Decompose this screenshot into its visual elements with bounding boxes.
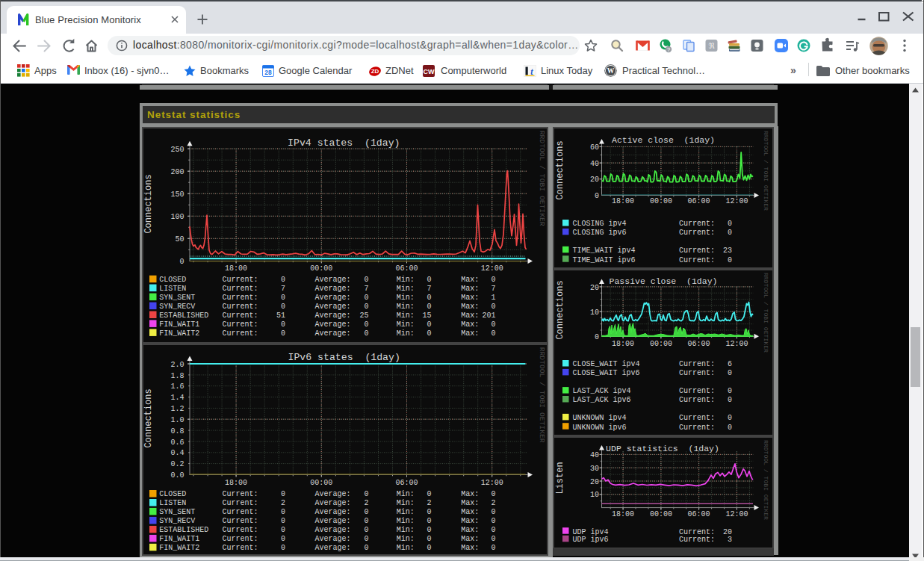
svg-text:RRDTOOL / TOBI OETIKER: RRDTOOL / TOBI OETIKER xyxy=(538,131,546,226)
svg-text:06:00: 06:00 xyxy=(688,510,710,518)
svg-text:Min:: Min: xyxy=(397,320,415,329)
svg-text:FIN_WAIT1: FIN_WAIT1 xyxy=(159,320,199,329)
svg-text:TIME_WAIT ipv6: TIME_WAIT ipv6 xyxy=(573,256,636,264)
svg-text:RRDTOOL / TOBI OETIKER: RRDTOOL / TOBI OETIKER xyxy=(538,347,546,443)
svg-text:Current:: Current: xyxy=(679,387,715,395)
svg-text:Max:: Max: xyxy=(461,526,479,534)
svg-text:Min:: Min: xyxy=(397,329,415,338)
svg-text:0: 0 xyxy=(491,517,495,525)
svg-text:Average:: Average: xyxy=(314,303,350,311)
svg-text:Current:: Current: xyxy=(679,414,715,422)
svg-text:0: 0 xyxy=(281,508,285,516)
svg-text:0: 0 xyxy=(491,329,495,338)
svg-text:Connections: Connections xyxy=(555,140,565,199)
svg-text:0.8: 0.8 xyxy=(170,427,184,436)
svg-text:Max:: Max: xyxy=(461,312,479,320)
svg-text:Average:: Average: xyxy=(314,499,350,507)
svg-text:06:00: 06:00 xyxy=(688,197,710,205)
svg-text:0: 0 xyxy=(728,220,732,228)
svg-text:Connections: Connections xyxy=(555,280,565,339)
svg-text:00:00: 00:00 xyxy=(650,197,672,205)
svg-text:Average:: Average: xyxy=(314,329,350,338)
svg-text:Current:: Current: xyxy=(679,229,715,237)
svg-text:0: 0 xyxy=(491,303,495,311)
svg-text:0: 0 xyxy=(728,369,732,377)
svg-text:0: 0 xyxy=(281,320,285,329)
svg-text:0: 0 xyxy=(427,517,431,525)
svg-text:15: 15 xyxy=(422,312,431,320)
svg-text:3: 3 xyxy=(728,536,732,544)
svg-text:100: 100 xyxy=(170,213,184,221)
svg-text:UDP ipv6: UDP ipv6 xyxy=(573,536,609,544)
svg-text:Max:: Max: xyxy=(461,517,479,525)
svg-text:0: 0 xyxy=(281,517,285,525)
svg-text:Passive close (1day): Passive close (1day) xyxy=(610,276,718,286)
svg-text:UNKNOWN ipv4: UNKNOWN ipv4 xyxy=(573,414,627,422)
svg-text:Average:: Average: xyxy=(314,312,350,320)
svg-text:ESTABLISHED: ESTABLISHED xyxy=(159,526,208,534)
svg-text:0: 0 xyxy=(728,396,732,404)
svg-text:Current:: Current: xyxy=(222,526,258,534)
svg-text:150: 150 xyxy=(170,190,184,199)
svg-text:IPv6 states (1day): IPv6 states (1day) xyxy=(288,352,400,363)
svg-text:0.4: 0.4 xyxy=(170,449,184,457)
svg-text:40: 40 xyxy=(590,451,599,459)
svg-text:Current:: Current: xyxy=(222,276,258,284)
svg-text:1.6: 1.6 xyxy=(170,382,184,391)
svg-text:0: 0 xyxy=(364,517,368,525)
svg-text:0: 0 xyxy=(179,258,184,266)
svg-text:UDP ipv4: UDP ipv4 xyxy=(573,528,609,536)
svg-text:0: 0 xyxy=(427,276,431,284)
svg-text:Max:: Max: xyxy=(461,294,479,302)
svg-text:0: 0 xyxy=(491,535,495,543)
svg-text:Current:: Current: xyxy=(679,536,715,544)
svg-text:7: 7 xyxy=(491,285,495,293)
svg-text:12:00: 12:00 xyxy=(725,197,748,205)
svg-text:0: 0 xyxy=(427,294,431,302)
svg-text:Min:: Min: xyxy=(397,517,415,525)
svg-text:18:00: 18:00 xyxy=(225,264,247,273)
svg-text:Average:: Average: xyxy=(314,535,350,543)
svg-text:Current:: Current: xyxy=(222,294,258,302)
svg-text:W: W xyxy=(607,67,615,75)
svg-text:0: 0 xyxy=(281,490,285,498)
svg-text:CLOSE_WAIT ipv4: CLOSE_WAIT ipv4 xyxy=(573,360,640,368)
svg-text:Current:: Current: xyxy=(222,490,258,498)
svg-text:12:00: 12:00 xyxy=(725,340,748,348)
svg-text:Average:: Average: xyxy=(314,320,350,329)
svg-text:Min:: Min: xyxy=(397,544,415,552)
svg-text:0: 0 xyxy=(728,387,732,395)
svg-text:Connections: Connections xyxy=(143,174,154,233)
svg-text:12:00: 12:00 xyxy=(725,510,748,518)
svg-text:Min:: Min: xyxy=(397,526,415,534)
svg-text:UNKNOWN ipv6: UNKNOWN ipv6 xyxy=(573,424,627,432)
svg-text:Max:: Max: xyxy=(461,499,479,507)
svg-text:00:00: 00:00 xyxy=(650,340,672,348)
svg-text:CLOSING ipv4: CLOSING ipv4 xyxy=(573,220,627,228)
svg-text:LAST_ACK ipv6: LAST_ACK ipv6 xyxy=(573,396,631,404)
svg-text:Min:: Min: xyxy=(397,303,415,311)
svg-text:00:00: 00:00 xyxy=(310,479,332,487)
svg-text:250: 250 xyxy=(170,146,184,154)
svg-text:0: 0 xyxy=(427,544,431,552)
svg-text:LAST_ACK ipv4: LAST_ACK ipv4 xyxy=(573,387,631,395)
svg-text:0: 0 xyxy=(281,329,285,338)
svg-text:51: 51 xyxy=(276,312,285,320)
svg-text:1.2: 1.2 xyxy=(170,405,184,413)
svg-text:LISTEN: LISTEN xyxy=(159,285,186,293)
svg-text:0.0: 0.0 xyxy=(170,471,184,480)
svg-text:Max:: Max: xyxy=(461,329,479,338)
svg-text:0: 0 xyxy=(728,424,732,432)
svg-text:1: 1 xyxy=(491,294,495,302)
svg-text:00:00: 00:00 xyxy=(650,510,672,518)
svg-text:Current:: Current: xyxy=(679,247,715,255)
svg-text:10: 10 xyxy=(590,491,599,499)
svg-text:0: 0 xyxy=(364,490,368,498)
svg-text:0: 0 xyxy=(595,192,599,200)
svg-text:?: ? xyxy=(667,46,670,53)
svg-text:2: 2 xyxy=(281,499,285,507)
svg-text:Current:: Current: xyxy=(222,285,258,293)
svg-text:0: 0 xyxy=(281,303,285,311)
svg-text:2: 2 xyxy=(427,499,431,507)
svg-text:Max:: Max: xyxy=(461,535,479,543)
